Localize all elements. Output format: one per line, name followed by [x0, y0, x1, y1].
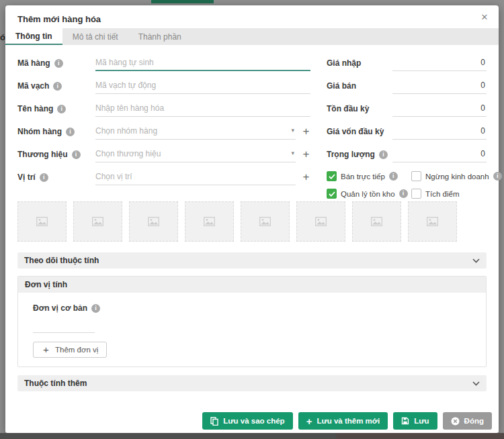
image-upload-placeholder[interactable] — [241, 201, 290, 242]
field-label-wrap: Giá vốn đầu kỳ — [327, 127, 392, 136]
field-label: Nhóm hàng — [17, 127, 62, 136]
background-app-accent-bar — [151, 0, 214, 3]
location-select-input[interactable] — [95, 170, 296, 184]
field-row-ma-hang: Mã hàng — [17, 52, 310, 75]
checkbox-tich-diem[interactable]: Tích điểm — [411, 189, 502, 199]
brand-select[interactable]: ▾ — [95, 147, 296, 162]
unit-panel: Đơn vị tính Đơn vị cơ bản + Thêm đơn vị — [17, 276, 487, 367]
product-name-input[interactable] — [95, 101, 310, 115]
field-row-gia-ban: Giá bán — [327, 75, 487, 97]
field-label-wrap: Trọng lượng — [327, 150, 392, 159]
tab-thong-tin[interactable]: Thông tin — [5, 28, 62, 45]
close-button[interactable]: Đóng — [443, 412, 492, 430]
image-icon — [259, 217, 271, 226]
product-form: Mã hàng Mã vạch Tên hàng — [5, 45, 499, 199]
tab-thanh-phan[interactable]: Thành phần — [128, 28, 192, 45]
base-unit-label-wrap: Đơn vị cơ bản — [33, 303, 476, 313]
field-row-gia-nhap: Giá nhập — [327, 52, 487, 75]
tab-mo-ta-chi-tiet[interactable]: Mô tả chi tiết — [62, 28, 128, 45]
field-label: Giá nhập — [327, 58, 361, 68]
save-and-new-button[interactable]: + Lưu và thêm mới — [298, 412, 388, 430]
image-upload-placeholder[interactable] — [73, 201, 122, 242]
save-and-copy-button[interactable]: Lưu và sao chép — [202, 412, 292, 430]
image-upload-placeholder[interactable] — [185, 201, 234, 242]
checkbox-unchecked-icon — [411, 171, 421, 181]
circle-x-icon — [451, 417, 460, 426]
checkbox-ngung-kinh-doanh[interactable]: Ngừng kinh doanh — [411, 171, 502, 181]
field-row-gia-von-dau-ky: Giá vốn đầu kỳ — [327, 120, 487, 143]
field-label: Giá bán — [327, 81, 356, 91]
save-icon — [401, 417, 409, 425]
field-label: Tồn đầu kỳ — [327, 104, 369, 113]
weight-input[interactable] — [392, 147, 487, 162]
field-label-wrap: Vị trí — [17, 173, 95, 182]
base-unit-input[interactable] — [33, 319, 95, 333]
location-select[interactable] — [95, 170, 296, 185]
info-icon[interactable] — [72, 150, 81, 159]
add-unit-button[interactable]: + Thêm đơn vị — [33, 342, 107, 358]
checkbox-ban-truc-tiep[interactable]: Bán trực tiếp — [327, 171, 409, 181]
image-upload-placeholder[interactable] — [17, 201, 67, 242]
opening-stock-input[interactable] — [392, 101, 487, 117]
product-images-row — [17, 201, 487, 242]
image-upload-placeholder[interactable] — [296, 201, 345, 242]
accordion-theo-doi-thuoc-tinh[interactable]: Theo dõi thuộc tính — [17, 252, 487, 269]
image-icon — [427, 217, 438, 226]
field-row-thuong-hieu: Thương hiệu ▾ + — [17, 143, 310, 166]
accordion-title: Theo dõi thuộc tính — [24, 256, 472, 265]
field-row-trong-luong: Trọng lượng — [327, 143, 487, 166]
field-label: Tên hàng — [17, 104, 53, 113]
image-upload-placeholder[interactable] — [129, 201, 178, 242]
chevron-down-icon[interactable]: ▾ — [287, 127, 296, 135]
cost-price-input[interactable] — [392, 56, 487, 71]
info-icon[interactable] — [389, 172, 398, 181]
save-button[interactable]: Lưu — [393, 412, 437, 430]
accordion-title: Thuộc tính thêm — [24, 379, 472, 388]
background-app-text-fragment: ó — [0, 32, 5, 44]
barcode-input[interactable] — [95, 79, 310, 93]
button-label: Lưu — [414, 417, 429, 425]
field-label: Mã hàng — [17, 58, 50, 68]
field-row-vi-tri: Vị trí + — [17, 166, 310, 189]
field-label-wrap: Giá nhập — [327, 58, 392, 68]
add-location-icon[interactable]: + — [302, 173, 310, 182]
info-icon[interactable] — [379, 150, 388, 159]
input-underline — [95, 79, 310, 94]
form-right-column: Giá nhập Giá bán Tồn đầu kỳ Giá vốn đầu … — [327, 52, 487, 199]
checkbox-label: Ngừng kinh doanh — [425, 173, 489, 181]
info-icon[interactable] — [66, 128, 75, 136]
add-brand-icon[interactable]: + — [302, 150, 310, 159]
sale-price-input[interactable] — [392, 79, 487, 94]
modal-title: Thêm mới hàng hóa — [17, 14, 101, 24]
input-underline — [95, 101, 310, 117]
info-icon[interactable] — [40, 173, 48, 182]
info-icon[interactable] — [54, 59, 63, 68]
image-upload-placeholder[interactable] — [408, 201, 457, 242]
product-code-input[interactable] — [95, 56, 310, 70]
chevron-down-icon[interactable]: ▾ — [287, 150, 296, 158]
info-icon[interactable] — [57, 105, 66, 113]
add-category-icon[interactable]: + — [302, 127, 310, 136]
info-icon[interactable] — [53, 82, 62, 91]
brand-select-input[interactable] — [95, 147, 287, 161]
category-select[interactable]: ▾ — [95, 124, 296, 140]
info-icon[interactable] — [493, 172, 502, 181]
image-icon — [92, 217, 103, 226]
image-icon — [204, 217, 215, 226]
info-icon[interactable] — [399, 189, 408, 198]
image-icon — [36, 217, 48, 226]
checkbox-label: Tích điểm — [425, 190, 460, 198]
close-icon[interactable]: ✕ — [478, 11, 491, 23]
category-select-input[interactable] — [95, 124, 287, 138]
image-icon — [148, 217, 159, 226]
button-label: Lưu và sao chép — [223, 417, 284, 425]
image-upload-placeholder[interactable] — [352, 201, 401, 242]
opening-cost-input[interactable] — [392, 124, 487, 140]
checkbox-quan-ly-ton-kho[interactable]: Quản lý tồn kho — [327, 189, 409, 199]
add-unit-label: Thêm đơn vị — [55, 346, 98, 354]
info-icon[interactable] — [91, 304, 100, 313]
accordion-thuoc-tinh-them[interactable]: Thuộc tính thêm — [17, 375, 487, 391]
field-label-wrap: Nhóm hàng — [17, 127, 95, 136]
field-label-wrap: Tên hàng — [17, 104, 95, 113]
form-left-column: Mã hàng Mã vạch Tên hàng — [17, 52, 310, 199]
